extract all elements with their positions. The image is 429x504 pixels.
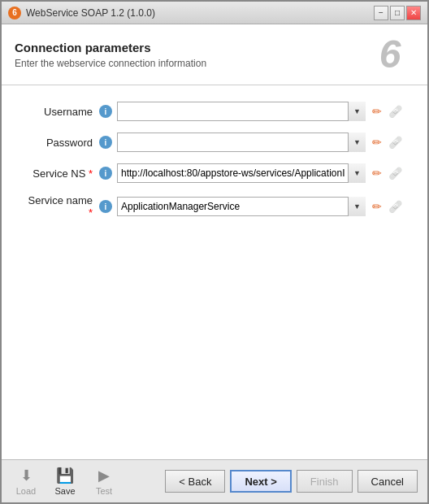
app-icon: 6: [8, 7, 21, 20]
username-action-icons: ✏ 🩹: [369, 103, 403, 119]
load-icon: ⬇: [15, 467, 37, 484]
test-button[interactable]: ▶ Test: [89, 467, 119, 496]
service-name-label: Service name *: [26, 194, 99, 219]
username-label: Username: [26, 106, 99, 118]
service-ns-required: *: [89, 167, 93, 180]
window-controls: − □ ✕: [374, 6, 421, 20]
password-field-combo: ▼: [117, 133, 366, 152]
service-name-info-icon[interactable]: i: [99, 200, 112, 213]
service-ns-edit-icon[interactable]: ✏: [369, 165, 385, 181]
next-button[interactable]: Next >: [230, 470, 291, 493]
close-button[interactable]: ✕: [406, 6, 421, 20]
service-name-action-icons: ✏ 🩹: [369, 198, 403, 215]
main-window: 6 WebService SOAP 1.2 (1.0.0) − □ ✕ Conn…: [0, 0, 429, 504]
finish-button[interactable]: Finish: [297, 470, 353, 493]
service-name-row: Service name * i ApplicationManagerServi…: [26, 194, 403, 219]
service-ns-info-icon[interactable]: i: [99, 167, 112, 180]
username-row: Username i ▼ ✏ 🩹: [26, 102, 403, 121]
password-action-icons: ✏ 🩹: [369, 134, 403, 150]
username-combo-wrapper: ▼: [117, 102, 366, 121]
content-area: Username i ▼ ✏ 🩹 Password i: [2, 85, 427, 459]
password-edit-icon[interactable]: ✏: [369, 134, 385, 150]
username-select[interactable]: [117, 102, 366, 121]
back-button[interactable]: < Back: [165, 470, 225, 493]
service-ns-combo-wrapper: http://localhost:80/appstore-ws/services…: [117, 163, 366, 183]
password-combo-wrapper: ▼: [117, 133, 366, 152]
username-info-icon[interactable]: i: [99, 105, 112, 118]
service-name-clear-icon[interactable]: 🩹: [387, 198, 403, 215]
service-ns-field-combo: http://localhost:80/appstore-ws/services…: [117, 163, 366, 183]
save-label: Save: [54, 486, 75, 496]
cancel-button[interactable]: Cancel: [358, 470, 418, 493]
footer: ⬇ Load 💾 Save ▶ Test < Back Next > Finis…: [2, 459, 427, 502]
footer-tools: ⬇ Load 💾 Save ▶ Test: [11, 467, 119, 496]
test-label: Test: [96, 486, 112, 496]
page-title: Connection parameters: [15, 41, 206, 54]
header-logo: 6: [366, 34, 414, 75]
load-button[interactable]: ⬇ Load: [11, 467, 41, 496]
header-section: Connection parameters Enter the webservi…: [2, 24, 427, 85]
password-clear-icon[interactable]: 🩹: [387, 134, 403, 150]
save-button[interactable]: 💾 Save: [50, 467, 80, 496]
minimize-button[interactable]: −: [374, 6, 388, 20]
password-row: Password i ▼ ✏ 🩹: [26, 133, 403, 152]
title-bar-left: 6 WebService SOAP 1.2 (1.0.0): [8, 7, 155, 20]
nav-buttons: < Back Next > Finish Cancel: [165, 470, 418, 493]
page-subtitle: Enter the webservice connection informat…: [15, 58, 206, 69]
maximize-button[interactable]: □: [390, 6, 405, 20]
service-name-required: *: [89, 206, 93, 219]
username-field-combo: ▼: [117, 102, 366, 121]
service-ns-clear-icon[interactable]: 🩹: [387, 165, 403, 181]
service-name-select[interactable]: ApplicationManagerService: [117, 197, 366, 216]
service-ns-select[interactable]: http://localhost:80/appstore-ws/services…: [117, 163, 366, 183]
header-text: Connection parameters Enter the webservi…: [15, 41, 206, 69]
username-clear-icon[interactable]: 🩹: [387, 103, 403, 119]
load-label: Load: [16, 486, 36, 496]
service-ns-label: Service NS *: [26, 167, 99, 180]
service-ns-action-icons: ✏ 🩹: [369, 165, 403, 181]
service-name-edit-icon[interactable]: ✏: [369, 198, 385, 215]
window-title: WebService SOAP 1.2 (1.0.0): [26, 7, 155, 19]
username-edit-icon[interactable]: ✏: [369, 103, 385, 119]
service-name-field-combo: ApplicationManagerService ▼: [117, 197, 366, 216]
test-icon: ▶: [93, 467, 115, 484]
title-bar: 6 WebService SOAP 1.2 (1.0.0) − □ ✕: [2, 2, 427, 24]
save-icon: 💾: [54, 467, 76, 484]
password-info-icon[interactable]: i: [99, 136, 112, 149]
password-label: Password: [26, 137, 99, 149]
password-select[interactable]: [117, 133, 366, 152]
service-ns-row: Service NS * i http://localhost:80/appst…: [26, 163, 403, 183]
service-name-combo-wrapper: ApplicationManagerService ▼: [117, 197, 366, 216]
